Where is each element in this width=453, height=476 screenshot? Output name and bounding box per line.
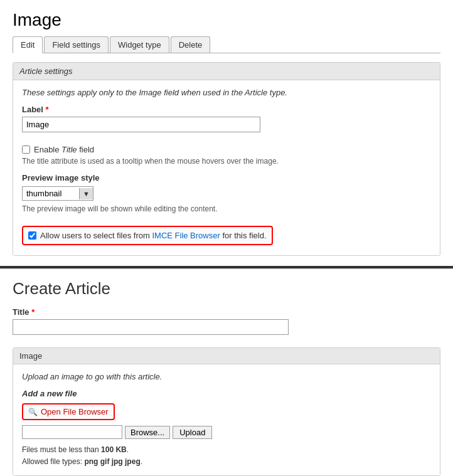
- preview-style-group: Preview image style thumbnail medium lar…: [22, 173, 431, 213]
- page-title: Image: [13, 10, 440, 30]
- file-path-input[interactable]: [22, 425, 122, 439]
- top-section: Image Edit Field settings Widget type De…: [0, 0, 453, 266]
- label-field-group: Label *: [22, 105, 431, 139]
- article-title-label: Title *: [13, 307, 440, 317]
- tab-delete[interactable]: Delete: [171, 36, 211, 53]
- preview-style-select-wrapper[interactable]: thumbnail medium large original ▼: [22, 186, 93, 201]
- label-field-label: Label *: [22, 105, 431, 114]
- tab-field-settings[interactable]: Field settings: [44, 36, 109, 53]
- file-restrictions: Files must be less than 100 KB. Allowed …: [22, 444, 431, 468]
- preview-style-note: The preview image will be shown while ed…: [22, 204, 431, 213]
- label-input[interactable]: [22, 117, 260, 132]
- select-arrow-icon: ▼: [79, 188, 93, 199]
- title-field-note: The title attribute is used as a tooltip…: [22, 157, 431, 166]
- preview-style-select[interactable]: thumbnail medium large original: [23, 187, 79, 200]
- upload-button[interactable]: Upload: [173, 426, 212, 439]
- article-settings-box: Article settings These settings apply on…: [13, 62, 440, 256]
- search-icon: 🔍: [28, 408, 38, 416]
- settings-box-header: Article settings: [13, 63, 440, 80]
- tab-edit[interactable]: Edit: [13, 36, 43, 53]
- imce-file-browser-link[interactable]: IMCE File Browser: [152, 231, 220, 240]
- file-size-restriction: Files must be less than 100 KB.: [22, 444, 431, 456]
- settings-box-content: These settings apply only to the Image f…: [13, 80, 440, 255]
- file-upload-row: Browse... Upload: [22, 425, 431, 439]
- title-field-group: Enable Title field The title attribute i…: [22, 145, 431, 166]
- tab-widget-type[interactable]: Widget type: [110, 36, 169, 53]
- imce-checkbox[interactable]: [28, 231, 36, 240]
- article-title-group: Title *: [13, 307, 440, 341]
- label-required-star: *: [46, 105, 49, 114]
- image-upload-note: Upload an image to go with this article.: [22, 372, 431, 381]
- add-file-label: Add a new file: [22, 389, 431, 398]
- browse-button[interactable]: Browse...: [125, 426, 170, 439]
- image-fieldset: Image Upload an image to go with this ar…: [13, 347, 440, 476]
- create-article-title: Create Article: [13, 279, 440, 299]
- article-title-required: *: [31, 307, 35, 317]
- open-file-browser-link[interactable]: Open File Browser: [41, 407, 109, 416]
- preview-style-label: Preview image style: [22, 173, 431, 182]
- image-fieldset-header: Image: [13, 348, 440, 364]
- open-file-browser-button[interactable]: 🔍 Open File Browser: [22, 403, 115, 420]
- imce-row: Allow users to select files from IMCE Fi…: [22, 226, 273, 245]
- tab-bar: Edit Field settings Widget type Delete: [13, 36, 440, 53]
- image-fieldset-content: Upload an image to go with this article.…: [13, 364, 440, 475]
- title-checkbox[interactable]: [22, 145, 30, 154]
- article-title-input[interactable]: [13, 319, 289, 335]
- article-settings-note: These settings apply only to the Image f…: [22, 88, 431, 97]
- file-type-restriction: Allowed file types: png gif jpg jpeg.: [22, 456, 431, 468]
- create-article-section: Create Article Title * Image Upload an i…: [0, 269, 453, 476]
- title-checkbox-row: Enable Title field: [22, 145, 431, 154]
